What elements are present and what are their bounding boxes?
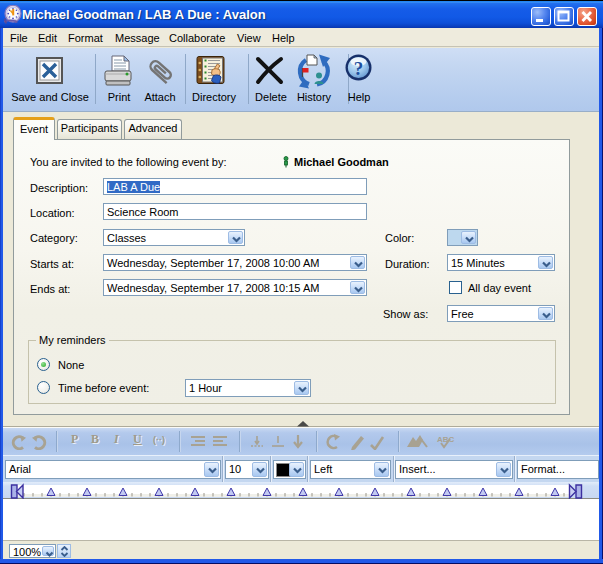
svg-text:ABC: ABC <box>437 435 455 444</box>
svg-text:?: ? <box>354 58 364 79</box>
